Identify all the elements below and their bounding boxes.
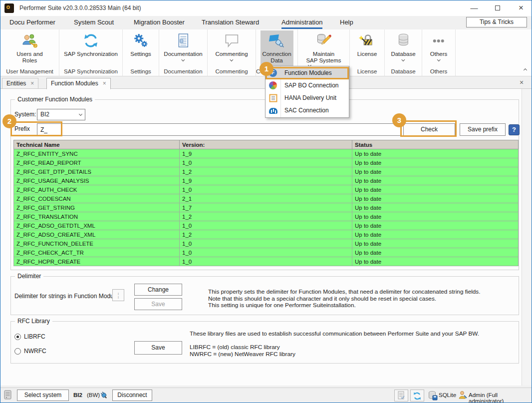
- check-button[interactable]: Check: [403, 123, 455, 136]
- chevron-up-icon: [524, 68, 527, 72]
- menu-bar: Docu Performer System Scout Migration Bo…: [0, 16, 532, 29]
- settings-button[interactable]: Settings: [128, 30, 153, 68]
- document-close-icon[interactable]: ×: [520, 78, 524, 86]
- chevron-down-icon: [79, 112, 82, 116]
- nwrfc-radio[interactable]: NWRFC: [14, 348, 46, 355]
- annotation-step-2: 2: [2, 114, 16, 128]
- sqlite-database-icon: [428, 391, 438, 402]
- others-button[interactable]: Others: [428, 30, 450, 68]
- column-technical-name[interactable]: Technical Name: [14, 140, 180, 149]
- speech-bubble-icon: [215, 32, 248, 50]
- tab-close-icon[interactable]: ×: [103, 80, 106, 87]
- ribbon-group-commenting: Commenting Commenting: [208, 29, 256, 76]
- menu-system-scout[interactable]: System Scout: [74, 16, 114, 29]
- prefix-input[interactable]: [37, 123, 402, 136]
- tab-entities[interactable]: Entities×: [2, 78, 38, 89]
- delimiter-value-box[interactable]: ¦: [112, 289, 124, 301]
- menu-help[interactable]: Help: [340, 16, 353, 29]
- connection-data-icon: [262, 32, 291, 50]
- commenting-button[interactable]: Commenting: [213, 30, 250, 68]
- ribbon-group-database: Database Database: [385, 29, 422, 76]
- menu-item-sap-bo-connection[interactable]: SAP BO Connection: [266, 79, 349, 92]
- chevron-down-icon: [181, 58, 185, 61]
- help-icon[interactable]: ?: [509, 124, 520, 135]
- table-row[interactable]: Z_RFC_ADSO_GETDTL_XML1_0Up to date: [14, 221, 519, 230]
- save-prefix-button[interactable]: Save prefix: [460, 123, 506, 136]
- tab-close-icon[interactable]: ×: [30, 80, 34, 87]
- chevron-down-icon: [230, 58, 233, 61]
- function-modules-table[interactable]: Technical Name Version: Status Z_RFC_ENT…: [13, 140, 519, 266]
- license-button[interactable]: License: [355, 30, 379, 68]
- users-roles-icon: [16, 32, 42, 50]
- menu-translation-steward[interactable]: Translation Steward: [202, 16, 259, 29]
- table-row[interactable]: Z_RFC_AUTH_CHECK1_0Up to date: [14, 185, 519, 194]
- connection-data-dropdown: F Function Modules SAP BO Connection HAN…: [265, 66, 349, 118]
- close-button[interactable]: ×: [513, 0, 530, 15]
- ellipsis-icon: [430, 32, 448, 50]
- minimize-button[interactable]: —: [466, 0, 483, 15]
- document-icon: [164, 32, 202, 50]
- table-row[interactable]: Z_RFC_ENTITY_SYNC1_9Up to date: [14, 149, 519, 158]
- menu-docu-performer[interactable]: Docu Performer: [9, 16, 55, 29]
- table-row[interactable]: Z_RFC_GET_STRING1_7Up to date: [14, 203, 519, 212]
- status-bar: Select system BI2 (BW) Disconnect: [0, 388, 532, 402]
- rfc-description-lines: LIBRFC = (old) classic RFC library NWRFC…: [190, 344, 295, 358]
- save-delimiter-button[interactable]: Save: [134, 298, 182, 310]
- sac-cloud-icon: [269, 106, 277, 115]
- librfc-radio[interactable]: LIBRFC: [14, 333, 45, 340]
- menu-item-sac-connection[interactable]: SAC Connection: [266, 104, 349, 117]
- customer-function-modules-group: Customer Function Modules System: BI2 Pr…: [10, 99, 519, 270]
- ribbon-group-documentation: Documentation Documentation: [159, 29, 208, 76]
- menu-item-hana-delivery-unit[interactable]: HANA Delivery Unit: [266, 92, 349, 104]
- menu-migration-booster[interactable]: Migration Booster: [134, 16, 185, 29]
- connected-system-kind: (BW): [87, 392, 100, 398]
- title-bar: Performer Suite v20.3.0.0.28533 Main (64…: [0, 0, 532, 16]
- menu-item-function-modules[interactable]: F Function Modules: [266, 67, 349, 79]
- table-row[interactable]: Z_RFC_CODESCAN2_1Up to date: [14, 194, 519, 203]
- table-row[interactable]: Z_RFC_ADSO_CREATE_XML1_2Up to date: [14, 230, 519, 239]
- table-row[interactable]: Z_RFC_TRANSLATION1_2Up to date: [14, 212, 519, 221]
- database-type-label: SQLite: [439, 392, 456, 398]
- group-label-sap-synchronization: SAP Synchronization: [59, 68, 122, 74]
- select-system-button[interactable]: Select system: [17, 390, 69, 401]
- refresh-button[interactable]: [410, 390, 424, 402]
- save-rfc-button[interactable]: Save: [134, 341, 182, 355]
- group-label-documentation: Documentation: [159, 68, 207, 74]
- annotation-step-1: 1: [260, 62, 273, 76]
- maintain-sap-systems-button[interactable]: Maintain SAP Systems: [304, 30, 343, 68]
- maximize-icon: [495, 5, 500, 10]
- group-title: Customer Function Modules: [15, 96, 95, 103]
- table-row[interactable]: Z_RFC_FUNCTION_DELETE1_0Up to date: [14, 239, 519, 248]
- table-row[interactable]: Z_RFC_CHECK_ACT_TR1_0Up to date: [14, 248, 519, 257]
- table-row[interactable]: Z_RFC_GET_DTP_DETAILS1_2Up to date: [14, 167, 519, 176]
- group-label-others: Others: [422, 68, 455, 74]
- maximize-button[interactable]: [489, 0, 506, 15]
- group-label-database: Database: [385, 68, 422, 74]
- column-version[interactable]: Version:: [180, 140, 352, 149]
- disconnect-button[interactable]: Disconnect: [112, 390, 152, 401]
- column-status[interactable]: Status: [352, 140, 519, 149]
- table-row[interactable]: Z_RFC_READ_REPORT1_0Up to date: [14, 158, 519, 167]
- database-button[interactable]: Database: [389, 30, 417, 68]
- ribbon-group-settings: Settings Settings: [123, 29, 159, 76]
- system-dropdown[interactable]: BI2: [37, 109, 85, 120]
- system-label: System:: [14, 111, 36, 118]
- users-and-roles-button[interactable]: Users andRoles: [14, 30, 44, 68]
- table-row[interactable]: Z_RFC_HCPR_CREATE1_0Up to date: [14, 257, 519, 266]
- change-delimiter-button[interactable]: Change: [134, 284, 182, 296]
- report-button[interactable]: [394, 390, 408, 402]
- sap-synchronization-button[interactable]: SAP Synchronization: [62, 30, 120, 68]
- app-window: Performer Suite v20.3.0.0.28533 Main (64…: [0, 0, 532, 403]
- table-row[interactable]: Z_RFC_USAGE_ANALYSIS1_9Up to date: [14, 176, 519, 185]
- annotation-step-3: 3: [392, 113, 406, 127]
- ribbon-collapse-button[interactable]: [523, 65, 530, 72]
- window-title: Performer Suite v20.3.0.0.28533 Main (64…: [19, 4, 141, 11]
- radio-unselected-icon: [14, 348, 21, 355]
- group-label-license: License: [350, 68, 384, 74]
- right-gutter: [522, 89, 532, 386]
- tab-function-modules[interactable]: Function Modules×: [46, 78, 111, 89]
- documentation-button[interactable]: Documentation: [162, 30, 204, 68]
- license-lock-icon: [357, 32, 377, 50]
- tips-and-tricks-button[interactable]: Tips & Tricks: [466, 17, 527, 27]
- menu-administration[interactable]: Administration: [281, 16, 322, 29]
